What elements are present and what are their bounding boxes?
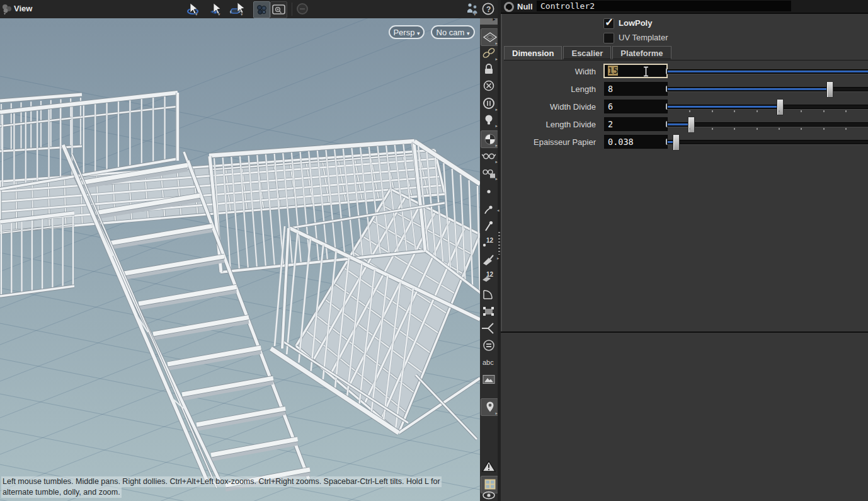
panel-divider [501,331,868,333]
slider-tick [757,110,758,112]
warning-icon[interactable] [480,458,498,475]
viewport-help-icon[interactable]: ? [481,2,497,16]
view-tool-icon[interactable] [185,2,202,16]
parameter-label[interactable]: Epaisseur Papier [501,137,596,147]
profile-curve-icon[interactable] [480,286,498,302]
splitter-grip[interactable] [498,232,500,255]
eye-icon[interactable] [480,490,498,501]
tab-escalier[interactable]: Escalier [563,46,611,59]
slider-handle[interactable] [826,81,833,98]
houdini-window: View ▾ ▾ ▾ [0,0,868,501]
parameter-panel: ▾ Null ▾ H ▾ i ? [501,0,868,501]
camera-menu-button[interactable]: No cam ▾ [431,25,475,39]
material-ball-icon[interactable]: ▸ [481,130,498,148]
perspective-menu-button[interactable]: Persp ▾ [389,25,425,39]
select-tool-icon[interactable] [208,2,224,16]
slider-track[interactable] [667,105,868,109]
snap-cluster-button[interactable] [253,1,270,18]
parameter-value-field[interactable]: 2 [604,117,668,131]
text-cursor-icon [642,66,649,77]
axis-icon[interactable] [480,320,498,337]
point-numbers-icon[interactable]: 12 [480,234,498,251]
slider-track[interactable] [667,140,868,144]
scene-render [0,18,480,501]
splitter-arrow-down-icon[interactable]: ▸ [497,256,500,261]
slider-fill [668,106,780,108]
slider-tick [712,110,713,112]
background-image-icon[interactable] [480,371,498,388]
parameter-slider[interactable] [667,98,868,115]
pane-type-icon[interactable] [1,3,13,15]
selected-text: 15 [608,66,618,76]
parameter-label[interactable]: Length [501,84,596,94]
parameter-label[interactable]: Width [501,67,596,76]
tab-plateforme[interactable]: Plateforme [612,46,671,59]
parameter-value-field[interactable]: 6 [604,100,668,113]
headlight-icon[interactable]: ▸ [480,95,498,112]
panel-scroll-groove [501,14,502,331]
uvtemplater-checkbox[interactable] [603,33,614,43]
glasses-template-icon[interactable]: ▸ [480,164,498,181]
pane-title: View [14,4,32,13]
slider-track[interactable] [667,69,868,74]
move-tool-icon[interactable] [230,2,246,16]
parameter-label[interactable]: Length Divide [501,120,596,129]
view-tool-dropdown-icon[interactable]: ▾ [195,12,198,17]
point-normal-icon[interactable] [480,202,498,218]
slider-fill [668,71,868,72]
tab-dimension[interactable]: Dimension [504,46,562,60]
lock-icon[interactable] [480,61,498,78]
circle-menu-icon[interactable] [480,337,498,354]
op-name-input[interactable] [537,1,791,11]
slider-track[interactable] [667,87,868,91]
snap-cluster-icon [254,2,270,18]
slider-tick [712,128,713,130]
parameter-slider[interactable] [667,115,868,133]
viewport-3d-scene[interactable]: Persp ▾ No cam ▾ Left mouse tumbles. Mid… [0,18,480,501]
lowpoly-checkbox[interactable]: ✓ [603,18,614,29]
move-tool-dropdown-icon[interactable]: ▾ [241,12,243,17]
viewport-help-text: Left mouse tumbles. Middle pans. Right d… [1,476,442,498]
parameter-value-field[interactable]: 0.038 [604,135,668,149]
slider-track[interactable] [667,122,868,127]
parameter-slider[interactable] [667,80,868,98]
check-icon: ✓ [605,16,614,29]
selection-marquee-icon[interactable] [480,303,498,320]
parameter-value-field[interactable]: 8 [604,82,668,96]
parameter-value-field[interactable]: 15 [603,64,668,78]
select-tool-dropdown-icon[interactable]: ▾ [218,12,220,17]
parameter-slider[interactable] [667,62,868,80]
parameter-row: Length Divide 2 [501,115,868,133]
op-type-label: Null [517,2,533,11]
parameter-row: Epaisseur Papier 0.038 [501,133,868,151]
parameter-slider[interactable] [667,133,868,151]
figures-dropdown-icon[interactable]: ▾ [474,12,476,17]
display-options-toolbar: ▸▸▸▸▸▸▸1212abc▸ [480,18,498,501]
prim-numbers-icon[interactable]: 12 [480,269,498,285]
parameter-list: Width 15 Length 8 Width Divide 6 Length … [501,62,868,151]
abc-labels-icon[interactable]: abc [480,354,498,371]
prim-fill-icon[interactable] [480,252,498,268]
lightbulb-icon[interactable]: ▸ [480,112,498,128]
parameter-tabs: Dimension Escalier Plateforme [504,46,868,60]
frame-zoom-button[interactable] [270,1,287,18]
glasses-icon[interactable]: ▸ [480,147,498,164]
parameter-label[interactable]: Width Divide [501,102,596,112]
pin-icon[interactable] [480,218,498,234]
link-icon[interactable]: ▸ [480,45,498,61]
slider-handle[interactable] [777,99,784,115]
slider-tick [845,128,847,130]
figures-icon[interactable] [464,2,481,16]
slider-tick [689,110,690,112]
parameter-row: Width Divide 6 [501,98,868,115]
wireframe-diamond-icon[interactable]: ▸ [481,28,498,46]
op-dropdown-icon[interactable]: ▾ [506,8,508,13]
slider-handle[interactable] [688,117,695,133]
slider-handle[interactable] [673,134,680,151]
no-lighting-icon[interactable] [480,78,498,94]
frame-zoom-icon [271,2,287,18]
point-display-icon[interactable] [480,184,498,200]
view-pin-icon[interactable]: ▸ [481,398,498,416]
splitter-arrow-up-icon[interactable]: ◂ [497,208,500,213]
collapse-arrow-icon[interactable] [480,18,498,25]
